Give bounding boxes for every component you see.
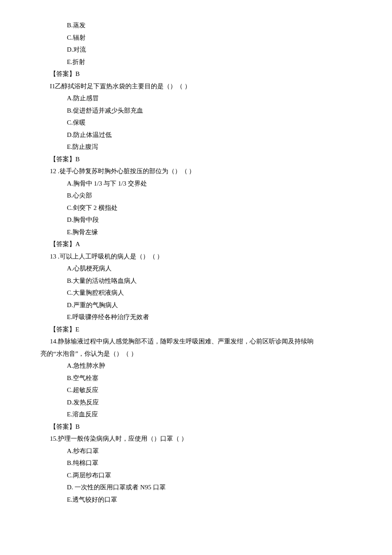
q13-option-b: B.大量的活动性咯血病人	[40, 275, 352, 287]
q14-option-c: C.超敏反应	[40, 384, 352, 396]
q12-option-c: C.剑突下 2 横指处	[40, 202, 352, 214]
q12-option-e: E.胸骨左缘	[40, 226, 352, 238]
q15-option-c: C.两层纱布口罩	[40, 469, 352, 482]
q13-answer: 【答案】E	[40, 323, 352, 336]
q15-option-e: E.透气较好的口罩	[40, 494, 352, 506]
q11-option-e: E.防止腹泻	[40, 141, 352, 153]
q11-option-a: A.防止感冒	[40, 92, 352, 105]
q14-answer: 【答案】B	[40, 421, 352, 433]
q11-option-c: C.保暖	[40, 116, 352, 129]
q14-option-a: A.急性肺水肿	[40, 360, 352, 372]
q14-option-d: D.发热反应	[40, 396, 352, 409]
q10-option-e: E.折射	[40, 56, 352, 68]
q12-answer: 【答案】A	[40, 238, 352, 250]
q13-stem: 13 .可以上人工呼吸机的病人是（）（ ）	[40, 250, 352, 263]
q11-option-b: B.促进舒适并减少头部充血	[40, 105, 352, 117]
q10-option-d: D.对流	[40, 44, 352, 56]
q15-option-d: D. 一次性的医用口罩或者 N95 口罩	[40, 481, 352, 494]
q15-option-a: A.纱布口罩	[40, 445, 352, 457]
q10-option-c: C.辐射	[40, 32, 352, 44]
q11-answer: 【答案】B	[40, 153, 352, 166]
q12-option-b: B.心尖部	[40, 189, 352, 202]
q14-option-b: B.空气栓塞	[40, 372, 352, 384]
q13-option-a: A.心肌梗死病人	[40, 262, 352, 275]
q13-option-e: E.呼吸骤停经各种治疗无效者	[40, 311, 352, 323]
q15-stem: 15.护理一般传染病病人时，应使用（）口罩（ ）	[40, 433, 352, 445]
q11-stem: I1乙醇拭浴时足下置热水袋的主要目的是（）（ ）	[40, 80, 352, 93]
q14-stem-line2: 亮的“水泡音”，你认为是（）（ ）	[40, 348, 352, 360]
q14-stem-line1: 14.静脉输液过程中病人感觉胸部不适，随即发生呼吸困难、严重发绀，心前区听诊闻及…	[40, 335, 352, 348]
q14-option-e: E.溶血反应	[40, 408, 352, 421]
q12-stem: 12 .徒手心肺复苏时胸外心脏按压的部位为（）（ ）	[40, 165, 352, 177]
q10-answer: 【答案】B	[40, 68, 352, 80]
q12-option-d: D.胸骨中段	[40, 214, 352, 226]
q12-option-a: A.胸骨中 1/3 与下 1/3 交界处	[40, 177, 352, 190]
q13-option-d: D.严重的气胸病人	[40, 299, 352, 311]
q10-option-b: B.蒸发	[40, 19, 352, 32]
q15-option-b: B.纯棉口罩	[40, 457, 352, 469]
q11-option-d: D.防止体温过低	[40, 129, 352, 141]
q13-option-c: C.大量胸腔积液病人	[40, 287, 352, 299]
